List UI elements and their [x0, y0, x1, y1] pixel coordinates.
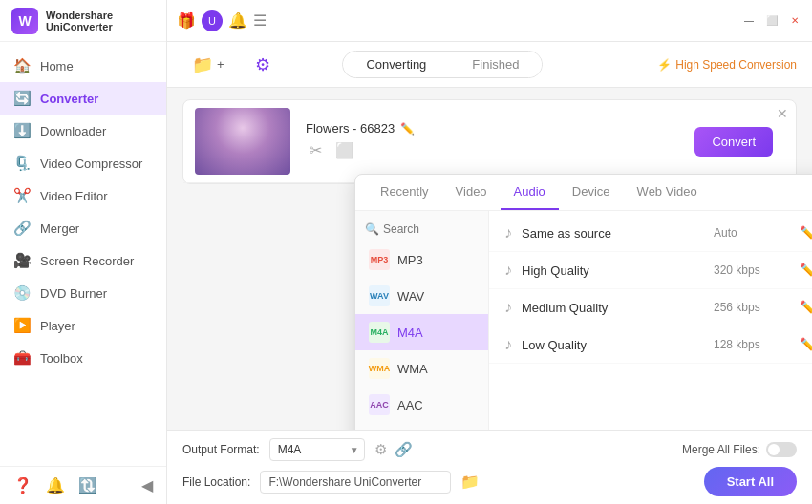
app-logo: W Wondershare UniConverter [0, 0, 166, 42]
notification-icon[interactable]: 🔔 [46, 476, 65, 494]
m4a-icon: M4A [369, 322, 390, 343]
sidebar-item-label: Toolbox [40, 351, 83, 366]
edit-quality-3[interactable]: ✏️ [800, 300, 812, 315]
dropdown-body: 🔍 MP3 MP3 WAV WAV M4A M4A [355, 211, 812, 430]
file-location-input[interactable] [260, 471, 451, 494]
file-thumbnail [195, 108, 290, 175]
settings-button[interactable]: ⚙ [246, 49, 280, 81]
sidebar-bottom: ❓ 🔔 🔃 ◀ [0, 466, 166, 504]
music-icon-1: ♪ [504, 224, 512, 242]
quality-detail-2: 320 kbps [714, 263, 790, 277]
home-icon: 🏠 [13, 57, 31, 74]
dvd-burner-icon: 💿 [13, 284, 31, 302]
tab-recently[interactable]: Recently [367, 175, 442, 210]
sidebar-item-home[interactable]: 🏠 Home [0, 50, 166, 82]
quality-item-low[interactable]: ♪ Low Quality 128 kbps ✏️ [489, 326, 812, 364]
merge-files-label: Merge All Files: [682, 443, 760, 456]
sidebar-item-converter[interactable]: 🔄 Converter [0, 82, 166, 115]
tab-finished[interactable]: Finished [449, 52, 542, 77]
close-card-button[interactable]: ✕ [777, 106, 788, 121]
start-all-button[interactable]: Start All [704, 467, 797, 496]
file-actions: ✂ ⬜ [306, 139, 679, 161]
cut-icon[interactable]: ✂ [306, 139, 326, 161]
music-icon-4: ♪ [504, 336, 512, 353]
tab-video[interactable]: Video [442, 175, 501, 210]
file-info: Flowers - 66823 ✏️ ✂ ⬜ [298, 121, 687, 161]
format-tabs: Recently Video Audio Device Web Video [355, 175, 812, 211]
quality-name-1: Same as source [522, 226, 704, 241]
format-label: WAV [397, 289, 424, 304]
music-icon-3: ♪ [504, 299, 512, 316]
tab-converting[interactable]: Converting [343, 52, 449, 77]
tab-web-video[interactable]: Web Video [624, 175, 711, 210]
format-item-aac[interactable]: AAC AAC [355, 387, 488, 423]
output-format-row: Output Format: M4A MP3 WAV AAC FLAC ▼ ⚙ … [182, 438, 797, 461]
sidebar-item-screen-recorder[interactable]: 🎥 Screen Recorder [0, 244, 166, 277]
format-item-wav[interactable]: WAV WAV [355, 278, 488, 314]
sidebar-item-video-compressor[interactable]: 🗜️ Video Compressor [0, 147, 166, 179]
format-search: 🔍 [355, 217, 488, 242]
quality-name-3: Medium Quality [522, 301, 704, 315]
settings-icons: ⚙ 🔗 [374, 441, 413, 458]
merge-files-toggle[interactable] [766, 442, 797, 457]
edit-filename-icon[interactable]: ✏️ [400, 122, 415, 136]
format-item-mp3[interactable]: MP3 MP3 [355, 242, 488, 278]
sidebar-item-merger[interactable]: 🔗 Merger [0, 212, 166, 244]
format-label: MP3 [397, 253, 423, 267]
menu-icon[interactable]: ☰ [253, 11, 267, 30]
collapse-icon[interactable]: ◀ [141, 476, 153, 494]
screen-recorder-icon: 🎥 [13, 252, 31, 269]
quality-item-same-as-source[interactable]: ♪ Same as source Auto ✏️ [489, 215, 812, 252]
help-icon[interactable]: ❓ [13, 476, 32, 494]
convert-button[interactable]: Convert [694, 127, 773, 157]
content-area: Flowers - 66823 ✏️ ✂ ⬜ Convert ✕ Recentl… [167, 88, 812, 430]
crop-icon[interactable]: ⬜ [331, 139, 358, 161]
user-avatar[interactable]: U [202, 10, 223, 32]
settings-icon-2[interactable]: 🔗 [395, 441, 413, 458]
maximize-button[interactable]: ⬜ [764, 13, 780, 29]
toolbar: 📁 + ⚙ Converting Finished ⚡ High Speed C… [167, 42, 812, 88]
sidebar-item-player[interactable]: ▶️ Player [0, 309, 166, 342]
quality-name-2: High Quality [522, 263, 704, 278]
sidebar-item-downloader[interactable]: ⬇️ Downloader [0, 115, 166, 147]
quality-name-4: Low Quality [522, 338, 704, 352]
tab-audio[interactable]: Audio [501, 175, 559, 210]
app-name: Wondershare UniConverter [46, 10, 155, 32]
close-button[interactable]: ✕ [787, 13, 802, 29]
format-item-flac[interactable]: FLAC FLAC [355, 423, 488, 430]
quality-item-high[interactable]: ♪ High Quality 320 kbps ✏️ [489, 252, 812, 289]
bell-icon[interactable]: 🔔 [228, 11, 247, 30]
output-format-label: Output Format: [182, 443, 260, 456]
sidebar-item-toolbox[interactable]: 🧰 Toolbox [0, 342, 166, 374]
edit-quality-2[interactable]: ✏️ [800, 262, 812, 278]
sidebar-item-label: Video Editor [40, 189, 108, 203]
browse-folder-icon[interactable]: 📁 [460, 472, 480, 491]
format-item-m4a[interactable]: M4A M4A [355, 314, 488, 350]
format-item-wma[interactable]: WMA WMA [355, 350, 488, 387]
minimize-button[interactable]: — [741, 13, 757, 29]
search-input[interactable] [383, 222, 479, 236]
mp3-icon: MP3 [369, 249, 390, 270]
sidebar-item-video-editor[interactable]: ✂️ Video Editor [0, 179, 166, 212]
high-speed-label: High Speed Conversion [675, 58, 797, 72]
high-speed-conversion[interactable]: ⚡ High Speed Conversion [657, 58, 797, 72]
file-name: Flowers - 66823 ✏️ [306, 121, 679, 136]
sidebar-nav: 🏠 Home 🔄 Converter ⬇️ Downloader 🗜️ Vide… [0, 42, 166, 466]
converter-icon: 🔄 [13, 90, 31, 107]
gift-icon[interactable]: 🎁 [177, 11, 196, 30]
file-card: Flowers - 66823 ✏️ ✂ ⬜ Convert ✕ [182, 99, 797, 184]
quality-item-medium[interactable]: ♪ Medium Quality 256 kbps ✏️ [489, 289, 812, 326]
edit-quality-1[interactable]: ✏️ [800, 225, 812, 241]
sidebar-item-dvd-burner[interactable]: 💿 DVD Burner [0, 277, 166, 309]
file-name-text: Flowers - 66823 [306, 121, 395, 136]
thumbnail-image [195, 108, 290, 175]
quality-detail-3: 256 kbps [714, 301, 790, 314]
edit-quality-4[interactable]: ✏️ [800, 337, 812, 352]
output-format-select[interactable]: M4A MP3 WAV AAC FLAC [269, 438, 365, 461]
refresh-icon[interactable]: 🔃 [78, 476, 97, 494]
add-files-button[interactable]: 📁 + [182, 49, 234, 81]
file-location-row: File Location: 📁 Start All [182, 467, 797, 496]
settings-icon-1[interactable]: ⚙ [374, 441, 387, 458]
format-list: 🔍 MP3 MP3 WAV WAV M4A M4A [355, 211, 489, 430]
tab-device[interactable]: Device [559, 175, 624, 210]
